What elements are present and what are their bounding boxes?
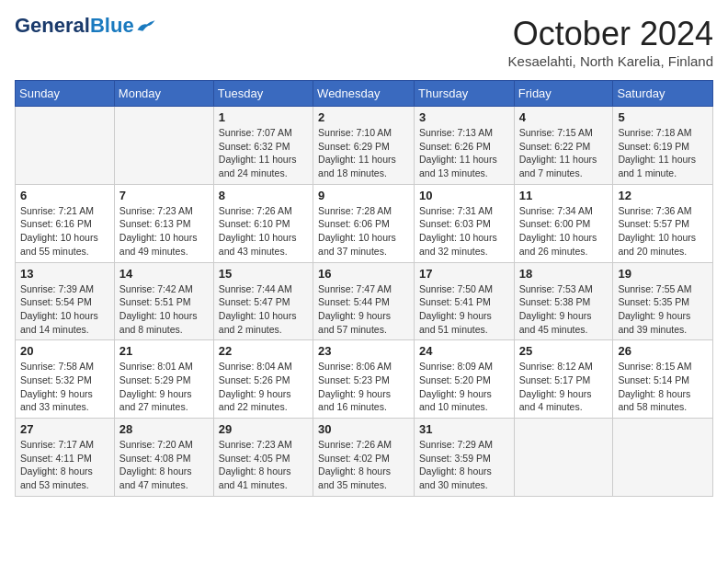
- week-row-4: 20Sunrise: 7:58 AMSunset: 5:32 PMDayligh…: [16, 340, 713, 419]
- calendar-cell: 2Sunrise: 7:10 AMSunset: 6:29 PMDaylight…: [313, 107, 415, 185]
- calendar-cell: 26Sunrise: 8:15 AMSunset: 5:14 PMDayligh…: [613, 340, 713, 419]
- day-info: Sunrise: 7:21 AMSunset: 6:16 PMDaylight:…: [20, 204, 109, 259]
- calendar-body: 1Sunrise: 7:07 AMSunset: 6:32 PMDaylight…: [16, 107, 713, 497]
- header-row: SundayMondayTuesdayWednesdayThursdayFrid…: [16, 81, 713, 107]
- calendar-cell: 1Sunrise: 7:07 AMSunset: 6:32 PMDaylight…: [213, 107, 313, 185]
- day-info: Sunrise: 7:42 AMSunset: 5:51 PMDaylight:…: [119, 282, 209, 337]
- day-info: Sunrise: 8:15 AMSunset: 5:14 PMDaylight:…: [618, 360, 708, 414]
- day-number: 20: [20, 344, 109, 358]
- logo-text: GeneralBlue: [15, 15, 134, 37]
- day-number: 30: [318, 422, 409, 436]
- day-info: Sunrise: 8:12 AMSunset: 5:17 PMDaylight:…: [519, 360, 609, 414]
- calendar-cell: 13Sunrise: 7:39 AMSunset: 5:54 PMDayligh…: [16, 262, 115, 340]
- calendar-cell: 16Sunrise: 7:47 AMSunset: 5:44 PMDayligh…: [313, 262, 415, 340]
- day-number: 16: [318, 267, 409, 281]
- header-cell-thursday: Thursday: [415, 81, 515, 107]
- day-number: 21: [119, 344, 209, 358]
- calendar-cell: [514, 419, 613, 497]
- calendar-header: SundayMondayTuesdayWednesdayThursdayFrid…: [16, 81, 713, 107]
- calendar-cell: 9Sunrise: 7:28 AMSunset: 6:06 PMDaylight…: [313, 184, 415, 262]
- day-info: Sunrise: 7:15 AMSunset: 6:22 PMDaylight:…: [519, 126, 609, 180]
- day-number: 18: [519, 267, 609, 281]
- logo-general: General: [15, 14, 90, 37]
- day-number: 2: [318, 110, 409, 124]
- day-info: Sunrise: 7:28 AMSunset: 6:06 PMDaylight:…: [318, 204, 409, 259]
- month-title: October 2024: [508, 15, 713, 53]
- header-cell-friday: Friday: [514, 81, 613, 107]
- logo-bird-icon: [136, 17, 156, 34]
- day-number: 29: [219, 422, 308, 436]
- calendar-cell: 4Sunrise: 7:15 AMSunset: 6:22 PMDaylight…: [514, 107, 613, 185]
- logo-blue: Blue: [90, 14, 134, 37]
- calendar-cell: 20Sunrise: 7:58 AMSunset: 5:32 PMDayligh…: [16, 340, 115, 419]
- calendar-cell: 29Sunrise: 7:23 AMSunset: 4:05 PMDayligh…: [213, 419, 313, 497]
- week-row-3: 13Sunrise: 7:39 AMSunset: 5:54 PMDayligh…: [16, 262, 713, 340]
- day-number: 11: [519, 189, 609, 202]
- day-info: Sunrise: 7:26 AMSunset: 6:10 PMDaylight:…: [219, 204, 308, 259]
- calendar-cell: 17Sunrise: 7:50 AMSunset: 5:41 PMDayligh…: [415, 262, 515, 340]
- calendar-cell: [114, 107, 213, 185]
- day-number: 13: [20, 267, 109, 281]
- day-info: Sunrise: 7:58 AMSunset: 5:32 PMDaylight:…: [20, 360, 109, 414]
- calendar-cell: 19Sunrise: 7:55 AMSunset: 5:35 PMDayligh…: [613, 262, 713, 340]
- calendar-cell: 12Sunrise: 7:36 AMSunset: 5:57 PMDayligh…: [613, 184, 713, 262]
- location: Kesaelahti, North Karelia, Finland: [508, 53, 713, 69]
- day-info: Sunrise: 7:47 AMSunset: 5:44 PMDaylight:…: [318, 282, 409, 337]
- calendar-cell: [16, 107, 115, 185]
- header-cell-tuesday: Tuesday: [213, 81, 313, 107]
- day-number: 4: [519, 110, 609, 124]
- day-info: Sunrise: 7:26 AMSunset: 4:02 PMDaylight:…: [318, 438, 409, 492]
- day-info: Sunrise: 8:06 AMSunset: 5:23 PMDaylight:…: [318, 360, 409, 414]
- day-info: Sunrise: 7:18 AMSunset: 6:19 PMDaylight:…: [618, 126, 708, 180]
- calendar-cell: 30Sunrise: 7:26 AMSunset: 4:02 PMDayligh…: [313, 419, 415, 497]
- day-info: Sunrise: 8:09 AMSunset: 5:20 PMDaylight:…: [419, 360, 509, 414]
- calendar-cell: 24Sunrise: 8:09 AMSunset: 5:20 PMDayligh…: [415, 340, 515, 419]
- week-row-2: 6Sunrise: 7:21 AMSunset: 6:16 PMDaylight…: [16, 184, 713, 262]
- header-cell-wednesday: Wednesday: [313, 81, 415, 107]
- day-number: 6: [20, 189, 109, 202]
- day-number: 31: [419, 422, 509, 436]
- calendar-cell: 31Sunrise: 7:29 AMSunset: 3:59 PMDayligh…: [415, 419, 515, 497]
- calendar-cell: 6Sunrise: 7:21 AMSunset: 6:16 PMDaylight…: [16, 184, 115, 262]
- day-info: Sunrise: 7:53 AMSunset: 5:38 PMDaylight:…: [519, 282, 609, 337]
- day-number: 24: [419, 344, 509, 358]
- day-info: Sunrise: 7:23 AMSunset: 6:13 PMDaylight:…: [119, 204, 209, 259]
- title-block: October 2024 Kesaelahti, North Karelia, …: [508, 15, 713, 69]
- calendar-cell: 15Sunrise: 7:44 AMSunset: 5:47 PMDayligh…: [213, 262, 313, 340]
- day-number: 25: [519, 344, 609, 358]
- day-info: Sunrise: 7:55 AMSunset: 5:35 PMDaylight:…: [618, 282, 708, 337]
- calendar-cell: 27Sunrise: 7:17 AMSunset: 4:11 PMDayligh…: [16, 419, 115, 497]
- day-info: Sunrise: 7:31 AMSunset: 6:03 PMDaylight:…: [419, 204, 509, 259]
- day-number: 1: [219, 110, 308, 124]
- calendar-cell: 7Sunrise: 7:23 AMSunset: 6:13 PMDaylight…: [114, 184, 213, 262]
- day-info: Sunrise: 7:36 AMSunset: 5:57 PMDaylight:…: [618, 204, 708, 259]
- calendar-cell: 23Sunrise: 8:06 AMSunset: 5:23 PMDayligh…: [313, 340, 415, 419]
- day-info: Sunrise: 8:01 AMSunset: 5:29 PMDaylight:…: [119, 360, 209, 414]
- day-number: 10: [419, 189, 509, 202]
- header-cell-saturday: Saturday: [613, 81, 713, 107]
- calendar-cell: 28Sunrise: 7:20 AMSunset: 4:08 PMDayligh…: [114, 419, 213, 497]
- day-info: Sunrise: 7:23 AMSunset: 4:05 PMDaylight:…: [219, 438, 308, 492]
- calendar-table: SundayMondayTuesdayWednesdayThursdayFrid…: [15, 80, 713, 497]
- day-info: Sunrise: 7:17 AMSunset: 4:11 PMDaylight:…: [20, 438, 109, 492]
- day-number: 27: [20, 422, 109, 436]
- calendar-cell: 11Sunrise: 7:34 AMSunset: 6:00 PMDayligh…: [514, 184, 613, 262]
- calendar-cell: 18Sunrise: 7:53 AMSunset: 5:38 PMDayligh…: [514, 262, 613, 340]
- page-header: GeneralBlue October 2024 Kesaelahti, Nor…: [15, 15, 713, 69]
- logo: GeneralBlue: [15, 15, 156, 37]
- calendar-cell: 8Sunrise: 7:26 AMSunset: 6:10 PMDaylight…: [213, 184, 313, 262]
- day-number: 17: [419, 267, 509, 281]
- day-number: 12: [618, 189, 708, 202]
- day-number: 9: [318, 189, 409, 202]
- calendar-cell: 21Sunrise: 8:01 AMSunset: 5:29 PMDayligh…: [114, 340, 213, 419]
- day-info: Sunrise: 7:39 AMSunset: 5:54 PMDaylight:…: [20, 282, 109, 337]
- calendar-cell: [613, 419, 713, 497]
- day-info: Sunrise: 7:20 AMSunset: 4:08 PMDaylight:…: [119, 438, 209, 492]
- calendar-cell: 3Sunrise: 7:13 AMSunset: 6:26 PMDaylight…: [415, 107, 515, 185]
- day-info: Sunrise: 7:29 AMSunset: 3:59 PMDaylight:…: [419, 438, 509, 492]
- day-number: 15: [219, 267, 308, 281]
- day-number: 5: [618, 110, 708, 124]
- day-info: Sunrise: 8:04 AMSunset: 5:26 PMDaylight:…: [219, 360, 308, 414]
- calendar-cell: 25Sunrise: 8:12 AMSunset: 5:17 PMDayligh…: [514, 340, 613, 419]
- day-number: 7: [119, 189, 209, 202]
